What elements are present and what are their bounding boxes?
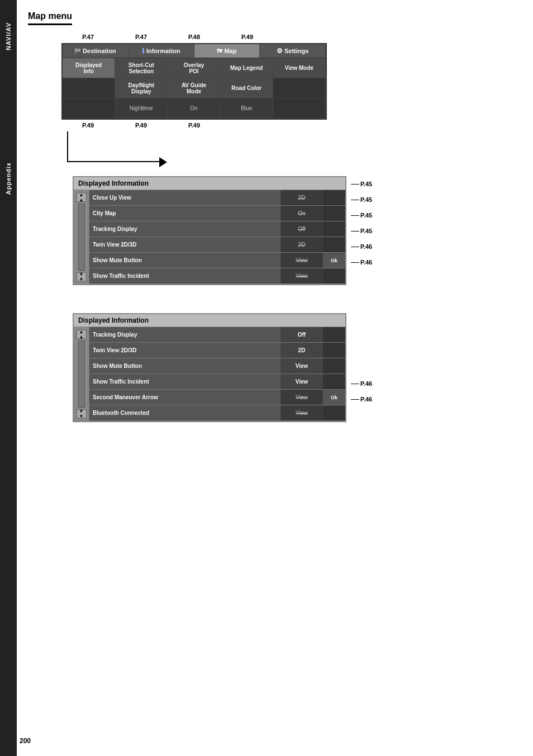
row-ok-mutebutton2 [323,358,345,374]
panel2-refs: P.46 P.46 [351,313,372,407]
naviav-label: NAVI/AV [5,22,12,50]
tab-information[interactable]: ℹ Information [129,44,194,58]
scroll-up-btn-2[interactable]: ▲▲ [77,330,87,339]
settings-icon: ⚙ [277,47,283,55]
page-ref-bot-2: P.49 [168,122,221,129]
page-ref-bot-1: P.49 [115,122,168,129]
row-ok-trackingdisplay2 [323,327,345,342]
table-row: Show Mute Button View Ok [89,253,345,268]
row-value-bluetooth[interactable]: View [281,405,323,420]
tab-map[interactable]: 🗺 Map [194,44,260,58]
ref-empty-4 [351,360,372,376]
scroll-down-btn[interactable]: ▼▼ [77,272,87,281]
ref-p46-1: P.46 [351,239,372,254]
row-ok-trafficincident2 [323,374,345,389]
row-ok-trafficincident [323,268,345,284]
panel1-container: Displayed Information ▲▲ ▼▼ Close Up Vie… [28,176,525,299]
table-row: Close Up View 2D [89,190,345,206]
ref-p45-3: P.45 [351,207,372,223]
panel1-body: ▲▲ ▼▼ Close Up View 2D City Map On [74,190,345,284]
row-value-trafficincident[interactable]: View [281,268,323,284]
row-ok-secondmaneuver[interactable]: Ok [323,390,345,405]
ref-empty-2 [351,329,372,344]
page-ref-1: P.47 [115,34,168,40]
btn-road-color[interactable]: Road Color [221,78,273,98]
btn-overlay-poi[interactable]: OverlayPOI [168,58,220,78]
page-ref-2: P.48 [168,34,221,40]
cell-empty-2 [273,78,326,98]
row-ok-twinview2 [323,343,345,358]
table-row: Show Traffic Incident View [89,268,345,284]
tab-settings[interactable]: ⚙ Settings [260,44,326,58]
panel2-rows: Tracking Display Off Twin View 2D/3D 2D … [89,327,345,421]
row-label-secondmaneuver: Second Maneuver Arrow [89,390,281,405]
row-value-mutebutton2[interactable]: View [281,358,323,374]
btn-day-night[interactable]: Day/NightDisplay [115,78,168,98]
row-value-trackingdisplay2[interactable]: Off [281,327,323,342]
panel2-body: ▲▲ ▼▼ Tracking Display Off Twin View 2D/… [74,327,345,421]
row-value-citymap[interactable]: On [281,206,323,221]
scroll-track-2 [78,341,85,408]
main-content: Map menu P.47 P.47 P.48 P.49 🏁 Destinati… [20,0,533,461]
row-value-trafficincident2[interactable]: View [281,374,323,389]
btn-displayed-info[interactable]: DisplayedInfo [63,58,115,78]
menu-box: 🏁 Destination ℹ Information 🗺 Map ⚙ Sett… [61,43,327,120]
ref-p45-1: P.45 [351,176,372,192]
tab-destination-label: Destination [83,48,116,54]
btn-shortcut[interactable]: Short-CutSelection [115,58,168,78]
menu-row-2: Day/NightDisplay AV GuideMode Road Color [63,78,326,98]
arrow-line-h [67,161,162,162]
arrow-line-v [67,131,68,162]
page-number: 200 [20,737,31,745]
row-value-trackingdisplay[interactable]: Off [281,221,323,237]
table-row: Show Mute Button View [89,358,345,374]
page-ref-0: P.47 [61,34,115,40]
row-label-closeupview: Close Up View [89,190,281,205]
val-nighttime: Nighttime [115,98,168,118]
row-value-closeupview[interactable]: 2D [281,190,323,205]
row-label-citymap: City Map [89,206,281,221]
btn-view-mode[interactable]: View Mode [273,58,326,78]
tab-map-label: Map [224,48,236,54]
ref-p45-4: P.45 [351,223,372,239]
ref-empty-1 [351,313,372,329]
row-value-twinview[interactable]: 2D [281,237,323,252]
menu-diagram: P.47 P.47 P.48 P.49 🏁 Destination ℹ Info… [28,34,525,165]
tab-settings-label: Settings [284,48,308,54]
row-value-mutebutton[interactable]: View [281,253,323,268]
sidebar: NAVI/AV Appendix [0,0,17,756]
table-row: Tracking Display Off [89,221,345,237]
page-refs-bottom: P.49 P.49 P.49 [61,122,525,129]
row-ok-twinview [323,237,345,252]
ref-p46-3: P.46 [351,376,372,391]
table-row: Show Traffic Incident View [89,374,345,390]
row-label-mutebutton: Show Mute Button [89,253,281,268]
row-ok-bluetooth [323,405,345,420]
appendix-label: Appendix [5,162,12,195]
scroll-down-btn-2[interactable]: ▼▼ [77,409,87,418]
row-value-twinview2[interactable]: 2D [281,343,323,358]
table-row: Tracking Display Off [89,327,345,343]
panel2-scroll: ▲▲ ▼▼ [74,327,89,421]
arrow-head [159,157,167,167]
scroll-up-btn[interactable]: ▲▲ [77,193,87,202]
row-label-trackingdisplay: Tracking Display [89,221,281,237]
btn-map-legend[interactable]: Map Legend [221,58,273,78]
ref-p46-2: P.46 [351,254,372,270]
row-label-twinview2: Twin View 2D/3D [89,343,281,358]
page-ref-3: P.49 [221,34,274,40]
panel1-rows: Close Up View 2D City Map On Tracking Di… [89,190,345,284]
table-row: Second Maneuver Arrow View Ok [89,390,345,405]
tab-destination[interactable]: 🏁 Destination [63,44,129,58]
val-blue: Blue [221,98,273,118]
cell-empty-4 [273,98,326,118]
row-value-secondmaneuver[interactable]: View [281,390,323,405]
row-ok-mutebutton[interactable]: Ok [323,253,345,268]
ref-empty-3 [351,344,372,360]
page-refs-top: P.47 P.47 P.48 P.49 [61,34,525,40]
btn-av-guide[interactable]: AV GuideMode [168,78,220,98]
arrow-connector [61,131,525,165]
page-title: Map menu [28,11,72,25]
page-ref-bot-0: P.49 [61,122,115,129]
panel1-refs: P.45 P.45 P.45 P.45 P.46 P.46 [351,176,372,270]
